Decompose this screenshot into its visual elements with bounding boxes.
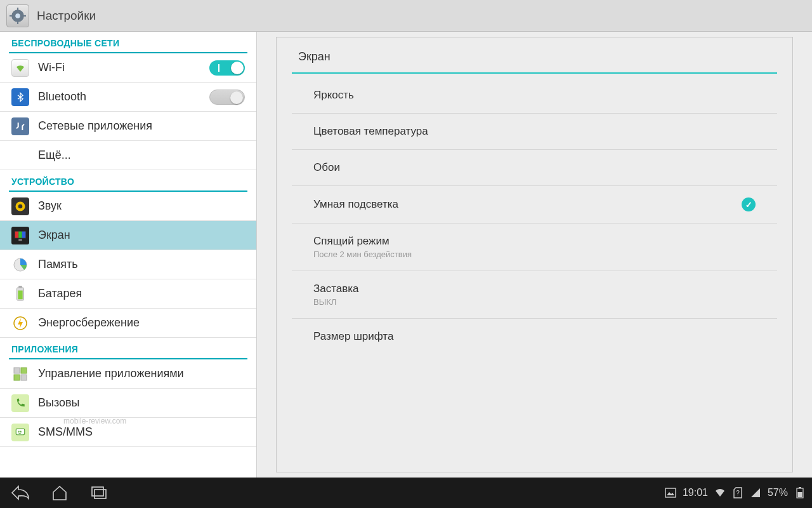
svg-point-7 [18,204,23,208]
bluetooth-toggle[interactable] [209,90,245,105]
svg-point-23 [18,431,20,432]
app-header: Настройки [0,0,812,32]
svg-rect-30 [799,487,801,488]
sidebar-item-label: Управление приложениями [38,367,245,380]
sim-status-icon: ? [732,487,743,498]
svg-rect-25 [92,487,103,496]
battery-status-icon [794,487,806,498]
detail-row-smart-backlight[interactable]: Умная подсветка [292,186,777,224]
apps-icon [11,365,29,383]
svg-rect-3 [17,21,18,23]
sidebar-item-sms[interactable]: SMS/MMS [0,418,256,447]
sidebar-item-label: Память [38,258,245,271]
svg-rect-2 [17,8,18,10]
svg-rect-16 [18,290,22,299]
svg-rect-19 [21,368,27,373]
sidebar-item-label: Энергосбережение [38,316,245,330]
status-time: 19:01 [683,487,708,498]
svg-rect-26 [95,490,106,498]
sidebar-item-network-apps[interactable]: Сетевые приложения [0,112,256,141]
sidebar-item-calls[interactable]: Вызовы [0,389,256,418]
gallery-icon [665,487,676,498]
detail-row-brightness[interactable]: Яркость [292,77,777,114]
svg-rect-27 [665,488,676,497]
sidebar-item-label: Сетевые приложения [38,119,245,133]
calls-icon [11,394,29,412]
detail-row-color-temp[interactable]: Цветовая температура [292,114,777,150]
svg-text:?: ? [736,490,740,497]
sidebar-item-label: Bluetooth [38,90,209,104]
detail-row-sublabel: После 2 мин бездействия [313,250,412,259]
svg-rect-31 [798,492,802,497]
wifi-status-icon [714,487,726,498]
sidebar-item-label: Звук [38,199,245,213]
svg-point-24 [20,431,22,432]
detail-row-sleep[interactable]: Спящий режим После 2 мин бездействия [292,224,777,271]
detail-row-sublabel: ВЫКЛ [313,297,359,307]
sidebar-item-label: Wi-Fi [38,61,209,74]
sidebar-item-bluetooth[interactable]: Bluetooth [0,83,256,112]
checkmark-icon[interactable] [742,197,756,211]
detail-row-label: Размер шрифта [313,330,393,343]
display-icon [11,227,29,244]
svg-rect-5 [23,15,26,16]
wifi-icon [11,59,29,77]
svg-rect-21 [21,375,27,380]
svg-rect-12 [18,239,22,241]
energy-icon [11,314,29,332]
svg-point-1 [15,13,20,18]
battery-icon [11,285,29,303]
detail-panel: Экран Яркость Цветовая температура Обои … [257,32,812,478]
sidebar-item-manage-apps[interactable]: Управление приложениями [0,359,256,389]
detail-title: Экран [277,37,792,72]
sidebar-item-display[interactable]: Экран [0,221,256,250]
svg-rect-18 [14,368,20,373]
app-title: Настройки [37,9,96,23]
sidebar-item-label: Ещё... [38,149,245,162]
recent-apps-button[interactable] [85,483,113,503]
status-area[interactable]: 19:01 ? 57% [665,487,806,498]
signal-icon [750,487,761,498]
home-button[interactable] [46,483,74,503]
back-button[interactable] [6,483,34,503]
detail-row-label: Яркость [313,89,354,102]
sidebar-item-battery[interactable]: Батарея [0,279,256,309]
detail-row-daydream[interactable]: Заставка ВЫКЛ [292,271,777,319]
detail-underline [292,72,777,74]
sound-icon [11,197,29,215]
battery-percent: 57% [768,487,788,498]
sidebar-item-label: SMS/MMS [38,425,245,439]
detail-card: Экран Яркость Цветовая температура Обои … [276,37,793,472]
sidebar-item-label: Экран [38,229,245,242]
settings-sidebar[interactable]: БЕСПРОВОДНЫЕ СЕТИ Wi-Fi Bluetooth Сетевы… [0,32,257,478]
detail-row-label: Обои [313,161,340,174]
svg-rect-9 [15,231,19,237]
memory-icon [11,256,29,274]
svg-rect-4 [10,15,12,16]
section-header-apps: ПРИЛОЖЕНИЯ [0,338,256,358]
sidebar-item-memory[interactable]: Память [0,250,256,279]
svg-rect-10 [18,231,22,237]
network-apps-icon [11,117,29,135]
sms-icon [11,424,29,441]
navigation-bar: 19:01 ? 57% [0,478,812,508]
sidebar-item-label: Вызовы [38,396,245,410]
detail-row-wallpaper[interactable]: Обои [292,150,777,186]
svg-rect-15 [18,286,22,288]
detail-row-label: Цветовая температура [313,125,428,138]
detail-row-label: Заставка [313,283,359,295]
settings-gear-icon [6,4,29,27]
detail-row-fontsize[interactable]: Размер шрифта [292,319,777,354]
sidebar-item-energy[interactable]: Энергосбережение [0,309,256,338]
svg-rect-11 [22,231,26,237]
section-header-wireless: БЕСПРОВОДНЫЕ СЕТИ [0,32,256,52]
sidebar-item-label: Батарея [38,287,245,300]
sidebar-item-more[interactable]: Ещё... [0,141,256,170]
detail-row-label: Спящий режим [313,235,412,248]
bluetooth-icon [11,88,29,106]
sidebar-item-sound[interactable]: Звук [0,192,256,221]
sidebar-item-wifi[interactable]: Wi-Fi [0,53,256,83]
detail-row-label: Умная подсветка [313,198,398,211]
svg-rect-20 [14,375,20,380]
wifi-toggle[interactable] [209,60,245,76]
